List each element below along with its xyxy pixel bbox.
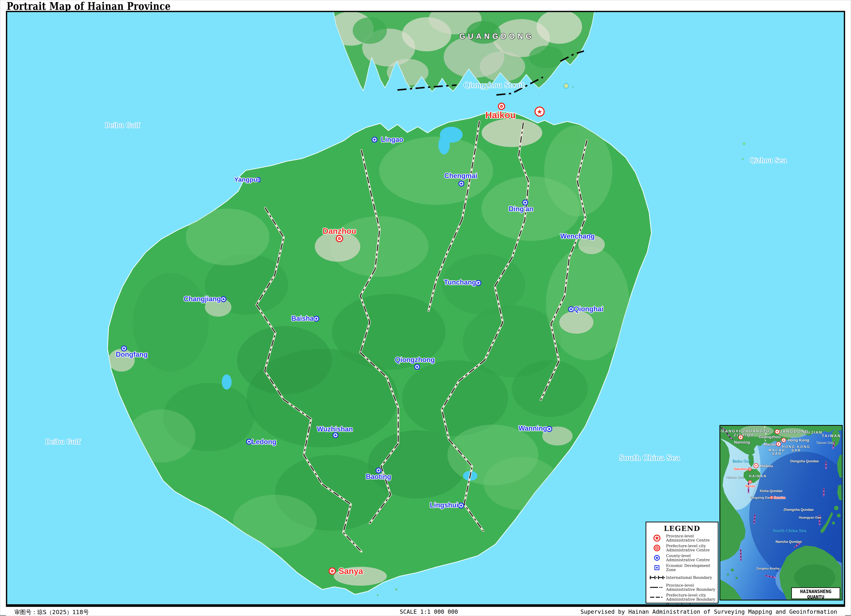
legend-symbol-edz bbox=[648, 563, 666, 572]
inset-label: Taiwan Dao bbox=[816, 441, 834, 445]
city-marker-qionghai bbox=[568, 306, 574, 312]
inset-label: GUANGDONG bbox=[775, 429, 809, 434]
inset-label: MACAU bbox=[769, 448, 785, 452]
inset-prefecture-centre-marker bbox=[749, 480, 752, 484]
inset-label: ZIZHIQU bbox=[734, 433, 754, 437]
region-label: GUANGDONG bbox=[459, 32, 534, 41]
city-label-haikou: Haikou bbox=[486, 110, 516, 120]
inset-prefecture-centre-marker bbox=[770, 496, 773, 499]
inset-province-centre-marker: ★ bbox=[776, 442, 781, 446]
city-marker-qiongzhong bbox=[414, 364, 420, 370]
legend-item: Prefecture-level cityAdministrative Boun… bbox=[648, 593, 718, 602]
province-centre-marker: ★ bbox=[534, 107, 545, 117]
inset-label: Haikou bbox=[760, 464, 773, 468]
city-label-tunchang: Tunchang bbox=[444, 278, 476, 286]
supervision-note: Supervised by Hainan Administration of S… bbox=[580, 608, 837, 615]
city-marker-ding'an bbox=[522, 200, 528, 206]
city-marker-changjiang bbox=[221, 296, 227, 302]
inset-label: Nanning bbox=[734, 440, 750, 445]
map-canvas: Qiongzhou StraitBeibu GulfQizhou SeaBeib… bbox=[6, 11, 845, 605]
inset-label: Beibu Gulf bbox=[732, 459, 751, 463]
legend-item: International Boundary bbox=[648, 573, 718, 582]
inset-label: Hainan Dao bbox=[726, 475, 744, 479]
sea-label: Beibu Gulf bbox=[105, 122, 140, 129]
inset-label: Sanya bbox=[746, 484, 755, 488]
legend-symbol-county bbox=[648, 553, 666, 562]
city-marker-baisha bbox=[313, 316, 319, 322]
inset-label: Sansha bbox=[774, 496, 785, 500]
inset-province-centre-marker: ★ bbox=[781, 438, 786, 443]
legend-symbol-pref-b bbox=[648, 593, 666, 602]
inset-label: Dongsha Qundao bbox=[790, 459, 819, 463]
inset-label: Hong Kong bbox=[788, 438, 809, 442]
sea-label: South China Sea bbox=[619, 454, 680, 462]
sea-label: Beibu Gulf bbox=[45, 438, 80, 445]
portrait-map-page: Portrait Map of Hainan Province bbox=[0, 0, 851, 616]
city-label-sanya: Sanya bbox=[338, 566, 363, 576]
legend-rows: Province-levelAdministrative CentrePrefe… bbox=[646, 534, 718, 605]
legend-item-label: County-levelAdministrative Centre bbox=[666, 554, 710, 562]
legend-symbol-province-b bbox=[648, 583, 666, 592]
inset-label: HONG KONG bbox=[782, 445, 810, 449]
inset-label: SAR bbox=[791, 449, 801, 452]
inset-prefecture-centre-marker bbox=[748, 468, 752, 471]
legend-item-label: County-levelAdministrative Boundary bbox=[666, 603, 715, 605]
inset-label: Zhongsha Qundao bbox=[783, 508, 813, 512]
inset-label: Macau bbox=[764, 442, 776, 446]
inset-title-box: HAINANSHENG QUANTU SCALE 1:32 000 000 bbox=[791, 587, 840, 599]
legend-item: County-levelAdministrative Boundary bbox=[648, 603, 718, 605]
inset-scale: SCALE 1:32 000 000 bbox=[792, 600, 840, 601]
legend-item-label: Prefecture-level cityAdministrative Cent… bbox=[666, 544, 710, 552]
inset-label: GUANGXI ZHUANGZU bbox=[719, 429, 770, 433]
legend-title: LEGEND bbox=[646, 524, 718, 533]
inset-province-centre-marker: ★ bbox=[775, 429, 780, 434]
city-label-baisha: Baisha bbox=[291, 314, 314, 323]
map-scale: SCALE 1:1 000 000 bbox=[400, 608, 458, 615]
legend-panel: LEGEND Province-levelAdministrative Cent… bbox=[645, 521, 719, 604]
sea-label: Qizhou Sea bbox=[750, 156, 786, 164]
city-label-qionghai: Qionghai bbox=[574, 305, 603, 313]
sea-label: Qiongzhou Strait bbox=[464, 81, 525, 89]
legend-item: Province-levelAdministrative Boundary bbox=[648, 583, 718, 592]
legend-item: Prefecture-level cityAdministrative Cent… bbox=[648, 544, 718, 552]
legend-symbol-county-b bbox=[648, 603, 666, 605]
city-marker-baoting bbox=[376, 468, 382, 473]
city-marker-wuzhishan bbox=[332, 433, 338, 438]
inset-label: SAR bbox=[772, 452, 782, 456]
inset-label: FUJIAN bbox=[804, 430, 822, 435]
city-marker-sanya bbox=[329, 568, 336, 575]
city-label-ledong: Ledong bbox=[252, 438, 276, 446]
legend-symbol-star bbox=[648, 534, 666, 542]
legend-item-label: Prefecture-level cityAdministrative Boun… bbox=[666, 593, 715, 601]
city-label-qiongzhong: Qiongzhong bbox=[395, 356, 435, 364]
legend-item: Ecnomic DevelopmentZone bbox=[648, 563, 718, 572]
inset-label: Yongxing Dao bbox=[750, 496, 771, 500]
city-label-chengmai: Chengmai bbox=[444, 172, 477, 180]
city-label-dongfang: Dongfang bbox=[116, 350, 147, 359]
city-label-lingao: Lingao bbox=[381, 136, 403, 144]
legend-item-label: Ecnomic DevelopmentZone bbox=[666, 563, 710, 572]
city-marker-haikou bbox=[498, 103, 505, 110]
legend-item: County-levelAdministrative Centre bbox=[648, 553, 718, 562]
inset-label: Zengmu Ansha bbox=[756, 567, 779, 571]
city-marker-chengmai bbox=[459, 181, 465, 186]
legend-item-label: Province-levelAdministrative Centre bbox=[666, 534, 710, 542]
inset-title: HAINANSHENG QUANTU bbox=[792, 589, 840, 600]
legend-symbol-intl-b bbox=[648, 573, 666, 582]
city-label-yangpu: Yangpu bbox=[234, 176, 257, 183]
legend-item-label: Province-levelAdministrative Boundary bbox=[666, 583, 715, 592]
basemap-svg bbox=[6, 11, 845, 605]
city-marker-ledong bbox=[246, 439, 252, 445]
approval-number: 审图号：琼S（2025）118号 bbox=[14, 608, 89, 616]
city-label-wuzhishan: Wuzhishan bbox=[317, 425, 353, 433]
city-marker-tunchang bbox=[475, 280, 481, 286]
city-label-ding'an: Ding'an bbox=[509, 205, 534, 213]
inset-label: HAINAN bbox=[749, 474, 767, 478]
inset-province-centre-marker: ★ bbox=[738, 435, 743, 440]
inset-label: Xisha Qundao bbox=[759, 489, 782, 493]
inset-label: Guangzhou bbox=[759, 435, 780, 439]
city-marker-lingshui bbox=[458, 503, 464, 509]
city-label-baoting: Baoting bbox=[366, 473, 391, 481]
city-label-wenchang: Wenchang bbox=[560, 232, 595, 240]
inset-label: TAIWAN bbox=[822, 434, 841, 438]
